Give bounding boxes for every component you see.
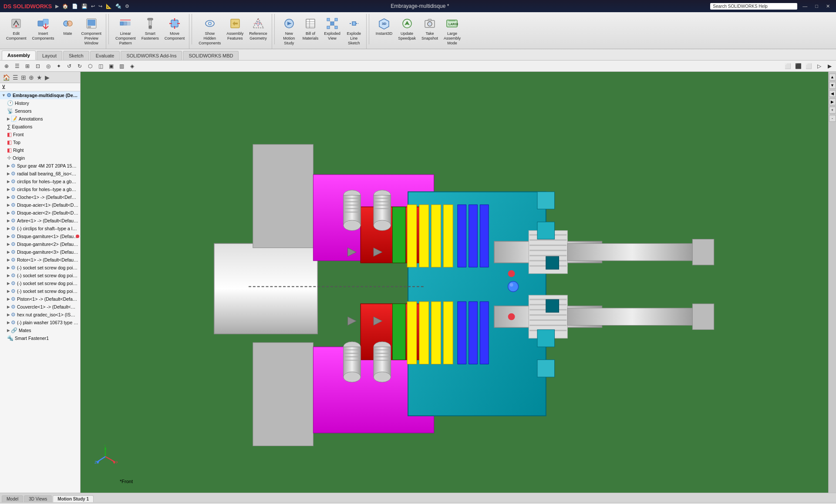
tree-spur-gear[interactable]: ▶ ⚙ Spur gear 4M 20T 20PA 15FW<1> (Def	[0, 162, 80, 170]
rp-btn-4[interactable]: ▶	[829, 98, 836, 105]
bill-of-materials-button[interactable]: Bill ofMaterials	[300, 15, 321, 43]
st-btn-6[interactable]: ✦	[54, 61, 64, 71]
smart-fasteners-button[interactable]: SmartFasteners	[139, 15, 162, 43]
tab-assembly[interactable]: Assembly	[2, 50, 36, 60]
explode-line-button[interactable]: ExplodeLineSketch	[344, 15, 364, 47]
tab-evaluate[interactable]: Evaluate	[90, 51, 120, 60]
tab-layout[interactable]: Layout	[37, 51, 62, 60]
tree-arbre[interactable]: ▶ ⚙ Arbre<1> -> (Default<Default>_Pho	[0, 217, 80, 225]
grid-icon[interactable]: ⊞	[20, 73, 27, 82]
tree-smart-fastener[interactable]: 🔩 Smart Fastener1	[0, 334, 80, 342]
tree-washer[interactable]: ▶ ⚙ (-) plain washer 10673 type snl_iso<…	[0, 319, 80, 326]
mate-button[interactable]: Mate	[57, 15, 78, 38]
tree-bearing[interactable]: ▶ ⚙ radial ball bearing_68_iso<3> (ISO 1…	[0, 170, 80, 178]
st-btn-2[interactable]: ☰	[12, 61, 22, 71]
view-btn-1[interactable]: ⬜	[783, 61, 792, 71]
reference-geometry-button[interactable]: ReferenceGeometry	[246, 15, 270, 43]
view-btn-4[interactable]: ▷	[814, 61, 824, 71]
tree-sensors[interactable]: 📡 Sensors	[0, 107, 80, 115]
home-icon[interactable]: 🏠	[2, 73, 11, 82]
st-btn-12[interactable]: ▥	[117, 61, 126, 71]
st-btn-4[interactable]: ⊡	[33, 61, 43, 71]
svg-point-18	[209, 23, 211, 24]
rp-btn-5[interactable]: +	[829, 107, 836, 114]
new-motion-study-button[interactable]: NewMotionStudy	[279, 15, 300, 47]
rp-btn-3[interactable]: ◀	[829, 90, 836, 97]
st-btn-7[interactable]: ↺	[64, 61, 74, 71]
large-assembly-button[interactable]: LARGE LargeAssemblyMode	[441, 15, 463, 47]
tree-right[interactable]: ◧ Right	[0, 146, 80, 154]
take-snapshot-button[interactable]: TakeSnapshot	[419, 15, 441, 43]
bot-tab-3dviews[interactable]: 3D Views	[24, 495, 52, 502]
arrow-icon[interactable]: ▶	[44, 73, 51, 82]
tab-mbd[interactable]: SOLIDWORKS MBD	[183, 51, 239, 60]
tree-disque-garniture2[interactable]: ▶ ⚙ Disque-garniture<2> (Default<Defa	[0, 240, 80, 248]
tree-couvercle[interactable]: ▶ ⚙ Couvercle<1> -> (Default<Default>	[0, 303, 80, 311]
tree-socket3[interactable]: ▶ ⚙ (-) socket set screw dog point_iso<3…	[0, 279, 80, 287]
bot-tab-model[interactable]: Model	[2, 495, 23, 502]
view-btn-3[interactable]: ⬜	[804, 61, 813, 71]
view-btn-2[interactable]: ⬛	[793, 61, 803, 71]
view-btn-5[interactable]: ▶	[825, 61, 834, 71]
tree-equations[interactable]: ∑ Equations	[0, 123, 80, 131]
svg-marker-125	[348, 317, 357, 326]
tree-annotations[interactable]: ▶ 📝 Annotations	[0, 115, 80, 123]
rp-btn-2[interactable]: ▼	[829, 82, 836, 89]
tree-disque-acier2[interactable]: ▶ ⚙ Disque-acier<2> (Default<Default>_	[0, 209, 80, 217]
exploded-view-button[interactable]: ExplodedView	[321, 15, 343, 43]
secondary-toolbar: ⊕ ☰ ⊞ ⊡ ◎ ✦ ↺ ↻ ⬡ ◫ ▣ ▥ ◈ ⬜ ⬛ ⬜ ▷ ▶	[0, 60, 836, 72]
tab-sketch[interactable]: Sketch	[63, 51, 89, 60]
st-btn-13[interactable]: ◈	[127, 61, 137, 71]
svg-rect-11	[127, 22, 130, 25]
close-button[interactable]: ✕	[823, 3, 833, 10]
instant3d-button[interactable]: 3D Instant3D	[373, 15, 395, 38]
insert-components-button[interactable]: InsertComponents	[30, 15, 57, 43]
tree-piston[interactable]: ▶ ⚙ Piston<1> -> (Default<Default>_Ph	[0, 295, 80, 303]
minimize-button[interactable]: —	[800, 3, 810, 10]
tree-circlip2[interactable]: ▶ ⚙ circlips for holes--type a gb<2> (GB…	[0, 185, 80, 193]
target-icon[interactable]: ⊕	[28, 73, 35, 82]
tree-socket1[interactable]: ▶ ⚙ (-) socket set screw dog point_iso<1…	[0, 264, 80, 272]
tree-cloche[interactable]: ▶ ⚙ Cloche<1> -> (Default<Default> Ph	[0, 193, 80, 201]
tree-mates[interactable]: ▶ 🔗 Mates	[0, 326, 80, 334]
smart-fasteners-icon	[143, 17, 157, 30]
viewport[interactable]: X Y Z *Front	[81, 72, 828, 493]
assembly-features-button[interactable]: AssemblyFeatures	[224, 15, 246, 43]
st-btn-1[interactable]: ⊕	[2, 61, 11, 71]
tree-circlip1[interactable]: ▶ ⚙ circlips for holes--type a gb<1> (GB…	[0, 178, 80, 185]
bot-tab-motion[interactable]: Motion Study 1	[53, 495, 94, 502]
linear-component-pattern-button[interactable]: LinearComponentPattern	[113, 15, 138, 47]
tree-disque-garniture3[interactable]: ▶ ⚙ Disque-garniture<3> (Default<Defa	[0, 248, 80, 256]
star-icon[interactable]: ★	[36, 73, 43, 82]
tree-disque-garniture1[interactable]: ▶ ⚙ Disque-garniture<1> (Default<Defa	[0, 232, 80, 240]
st-btn-3[interactable]: ⊞	[23, 61, 32, 71]
tree-rotor[interactable]: ▶ ⚙ Rotor<1> -> (Default<Default>_Pho	[0, 256, 80, 264]
tree-origin[interactable]: ✛ Origin	[0, 154, 80, 162]
tree-socket4[interactable]: ▶ ⚙ (-) socket set screw dog point_iso<4…	[0, 287, 80, 295]
show-hidden-button[interactable]: ShowHiddenComponents	[196, 15, 223, 47]
tree-front[interactable]: ◧ Front	[0, 131, 80, 138]
component-preview-button[interactable]: ComponentPreviewWindow	[79, 15, 104, 47]
st-btn-5[interactable]: ◎	[44, 61, 53, 71]
st-btn-10[interactable]: ◫	[96, 61, 105, 71]
rp-btn-1[interactable]: ▲	[829, 74, 836, 81]
rp-btn-6[interactable]: -	[829, 115, 836, 122]
edit-component-button[interactable]: EditComponent	[3, 15, 29, 43]
mate-icon	[61, 17, 75, 30]
tree-circlip-shaft[interactable]: ▶ ⚙ (-) circlips for shaft--type a large…	[0, 225, 80, 232]
tree-history[interactable]: 🕐 History	[0, 99, 80, 107]
tree-socket2[interactable]: ▶ ⚙ (-) socket set screw dog point_iso<2…	[0, 272, 80, 279]
tree-root[interactable]: ▼ ⚙ Embrayage-multidisque (Default<Defau…	[0, 91, 80, 99]
tree-top[interactable]: ◧ Top	[0, 138, 80, 146]
tree-disque-acier1[interactable]: ▶ ⚙ Disque-acier<1> (Default<Default>_	[0, 201, 80, 209]
list-icon[interactable]: ☰	[12, 73, 19, 82]
maximize-button[interactable]: □	[812, 3, 821, 10]
st-btn-11[interactable]: ▣	[106, 61, 116, 71]
move-component-button[interactable]: MoveComponent	[162, 15, 188, 43]
search-box[interactable]: Search SOLIDWORKS Help	[710, 3, 797, 10]
update-speedpak-button[interactable]: UpdateSpeedpak	[395, 15, 418, 43]
tab-addins[interactable]: SOLIDWORKS Add-Ins	[121, 51, 182, 60]
tree-hex-nut[interactable]: ▶ ⚙ hex nut gradec_iso<1> (ISO - 4034 - …	[0, 311, 80, 319]
st-btn-8[interactable]: ↻	[75, 61, 84, 71]
st-btn-9[interactable]: ⬡	[85, 61, 95, 71]
